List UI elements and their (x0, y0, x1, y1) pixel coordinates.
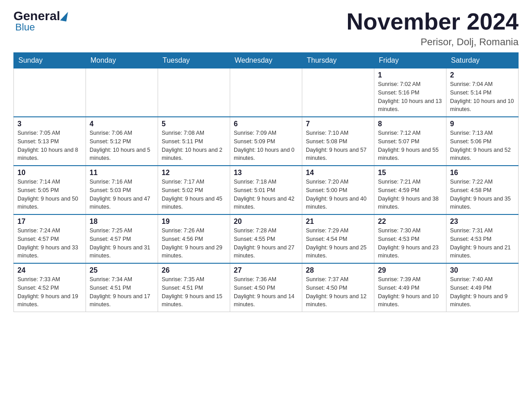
calendar-cell: 18Sunrise: 7:25 AM Sunset: 4:57 PM Dayli… (86, 214, 158, 263)
title-block: November 2024 Perisor, Dolj, Romania (347, 9, 519, 48)
day-info: Sunrise: 7:39 AM Sunset: 4:49 PM Dayligh… (378, 275, 442, 309)
calendar-cell: 3Sunrise: 7:05 AM Sunset: 5:13 PM Daylig… (14, 117, 86, 166)
calendar-cell: 8Sunrise: 7:12 AM Sunset: 5:07 PM Daylig… (374, 117, 446, 166)
calendar-cell (230, 68, 302, 117)
day-info: Sunrise: 7:13 AM Sunset: 5:06 PM Dayligh… (450, 129, 515, 163)
day-info: Sunrise: 7:20 AM Sunset: 5:00 PM Dayligh… (306, 178, 370, 211)
day-number: 4 (90, 120, 154, 128)
day-number: 9 (450, 120, 515, 128)
day-number: 6 (234, 120, 298, 128)
day-of-week-header: Monday (86, 53, 158, 68)
day-info: Sunrise: 7:17 AM Sunset: 5:02 PM Dayligh… (162, 178, 226, 211)
day-of-week-header: Friday (374, 53, 446, 68)
day-info: Sunrise: 7:09 AM Sunset: 5:09 PM Dayligh… (234, 129, 298, 163)
calendar-week-row: 1Sunrise: 7:02 AM Sunset: 5:16 PM Daylig… (14, 68, 519, 117)
calendar-cell: 7Sunrise: 7:10 AM Sunset: 5:08 PM Daylig… (302, 117, 374, 166)
calendar-cell: 25Sunrise: 7:34 AM Sunset: 4:51 PM Dayli… (86, 263, 158, 312)
calendar-cell: 20Sunrise: 7:28 AM Sunset: 4:55 PM Dayli… (230, 214, 302, 263)
day-number: 26 (162, 266, 226, 274)
day-number: 7 (306, 120, 370, 128)
calendar-title: November 2024 (347, 9, 519, 34)
calendar-cell: 19Sunrise: 7:26 AM Sunset: 4:56 PM Dayli… (158, 214, 230, 263)
day-number: 5 (162, 120, 226, 128)
calendar-cell: 4Sunrise: 7:06 AM Sunset: 5:12 PM Daylig… (86, 117, 158, 166)
day-info: Sunrise: 7:08 AM Sunset: 5:11 PM Dayligh… (162, 129, 226, 163)
calendar-subtitle: Perisor, Dolj, Romania (347, 36, 519, 48)
calendar-cell: 21Sunrise: 7:29 AM Sunset: 4:54 PM Dayli… (302, 214, 374, 263)
day-info: Sunrise: 7:06 AM Sunset: 5:12 PM Dayligh… (90, 129, 154, 163)
day-of-week-header: Sunday (14, 53, 86, 68)
day-number: 15 (378, 169, 442, 177)
day-info: Sunrise: 7:22 AM Sunset: 4:58 PM Dayligh… (450, 178, 515, 211)
calendar-cell: 5Sunrise: 7:08 AM Sunset: 5:11 PM Daylig… (158, 117, 230, 166)
calendar-cell: 22Sunrise: 7:30 AM Sunset: 4:53 PM Dayli… (374, 214, 446, 263)
calendar-cell: 16Sunrise: 7:22 AM Sunset: 4:58 PM Dayli… (446, 166, 519, 214)
calendar-cell (86, 68, 158, 117)
day-info: Sunrise: 7:29 AM Sunset: 4:54 PM Dayligh… (306, 227, 370, 260)
day-number: 28 (306, 266, 370, 274)
calendar-cell: 12Sunrise: 7:17 AM Sunset: 5:02 PM Dayli… (158, 166, 230, 214)
day-info: Sunrise: 7:18 AM Sunset: 5:01 PM Dayligh… (234, 178, 298, 211)
day-info: Sunrise: 7:35 AM Sunset: 4:51 PM Dayligh… (162, 275, 226, 309)
day-number: 8 (378, 120, 442, 128)
calendar-cell: 15Sunrise: 7:21 AM Sunset: 4:59 PM Dayli… (374, 166, 446, 214)
day-info: Sunrise: 7:26 AM Sunset: 4:56 PM Dayligh… (162, 227, 226, 260)
day-of-week-header: Saturday (446, 53, 519, 68)
day-of-week-header: Tuesday (158, 53, 230, 68)
calendar-cell: 1Sunrise: 7:02 AM Sunset: 5:16 PM Daylig… (374, 68, 446, 117)
day-number: 2 (450, 71, 515, 79)
calendar-cell: 29Sunrise: 7:39 AM Sunset: 4:49 PM Dayli… (374, 263, 446, 312)
calendar-header-row: SundayMondayTuesdayWednesdayThursdayFrid… (14, 53, 519, 68)
day-number: 21 (306, 218, 370, 226)
calendar-cell: 14Sunrise: 7:20 AM Sunset: 5:00 PM Dayli… (302, 166, 374, 214)
day-info: Sunrise: 7:40 AM Sunset: 4:49 PM Dayligh… (450, 275, 515, 309)
calendar-table: SundayMondayTuesdayWednesdayThursdayFrid… (13, 52, 519, 312)
day-info: Sunrise: 7:33 AM Sunset: 4:52 PM Dayligh… (17, 275, 82, 309)
calendar-cell: 27Sunrise: 7:36 AM Sunset: 4:50 PM Dayli… (230, 263, 302, 312)
day-number: 20 (234, 218, 298, 226)
day-info: Sunrise: 7:21 AM Sunset: 4:59 PM Dayligh… (378, 178, 442, 211)
day-number: 1 (378, 71, 442, 79)
day-info: Sunrise: 7:14 AM Sunset: 5:05 PM Dayligh… (17, 178, 82, 211)
day-info: Sunrise: 7:30 AM Sunset: 4:53 PM Dayligh… (378, 227, 442, 260)
calendar-week-row: 3Sunrise: 7:05 AM Sunset: 5:13 PM Daylig… (14, 117, 519, 166)
day-number: 22 (378, 218, 442, 226)
calendar-week-row: 24Sunrise: 7:33 AM Sunset: 4:52 PM Dayli… (14, 263, 519, 312)
logo-blue-text: Blue (15, 21, 35, 33)
day-info: Sunrise: 7:28 AM Sunset: 4:55 PM Dayligh… (234, 227, 298, 260)
day-number: 29 (378, 266, 442, 274)
day-info: Sunrise: 7:34 AM Sunset: 4:51 PM Dayligh… (90, 275, 154, 309)
day-info: Sunrise: 7:37 AM Sunset: 4:50 PM Dayligh… (306, 275, 370, 309)
day-of-week-header: Wednesday (230, 53, 302, 68)
calendar-cell: 10Sunrise: 7:14 AM Sunset: 5:05 PM Dayli… (14, 166, 86, 214)
day-info: Sunrise: 7:10 AM Sunset: 5:08 PM Dayligh… (306, 129, 370, 163)
calendar-cell (14, 68, 86, 117)
calendar-cell: 13Sunrise: 7:18 AM Sunset: 5:01 PM Dayli… (230, 166, 302, 214)
logo-triangle-icon (60, 11, 68, 21)
calendar-cell (158, 68, 230, 117)
day-number: 12 (162, 169, 226, 177)
day-info: Sunrise: 7:36 AM Sunset: 4:50 PM Dayligh… (234, 275, 298, 309)
day-number: 3 (17, 120, 82, 128)
calendar-cell: 2Sunrise: 7:04 AM Sunset: 5:14 PM Daylig… (446, 68, 519, 117)
day-number: 30 (450, 266, 515, 274)
calendar-cell: 30Sunrise: 7:40 AM Sunset: 4:49 PM Dayli… (446, 263, 519, 312)
logo: General Blue (13, 9, 68, 33)
page-header: General Blue November 2024 Perisor, Dolj… (13, 9, 519, 48)
calendar-cell: 28Sunrise: 7:37 AM Sunset: 4:50 PM Dayli… (302, 263, 374, 312)
day-number: 25 (90, 266, 154, 274)
day-info: Sunrise: 7:05 AM Sunset: 5:13 PM Dayligh… (17, 129, 82, 163)
calendar-cell: 23Sunrise: 7:31 AM Sunset: 4:53 PM Dayli… (446, 214, 519, 263)
day-number: 16 (450, 169, 515, 177)
day-number: 13 (234, 169, 298, 177)
day-info: Sunrise: 7:16 AM Sunset: 5:03 PM Dayligh… (90, 178, 154, 211)
day-number: 19 (162, 218, 226, 226)
calendar-week-row: 17Sunrise: 7:24 AM Sunset: 4:57 PM Dayli… (14, 214, 519, 263)
day-info: Sunrise: 7:25 AM Sunset: 4:57 PM Dayligh… (90, 227, 154, 260)
calendar-cell: 11Sunrise: 7:16 AM Sunset: 5:03 PM Dayli… (86, 166, 158, 214)
calendar-cell: 6Sunrise: 7:09 AM Sunset: 5:09 PM Daylig… (230, 117, 302, 166)
day-info: Sunrise: 7:02 AM Sunset: 5:16 PM Dayligh… (378, 80, 442, 114)
day-number: 27 (234, 266, 298, 274)
day-info: Sunrise: 7:31 AM Sunset: 4:53 PM Dayligh… (450, 227, 515, 260)
day-number: 23 (450, 218, 515, 226)
